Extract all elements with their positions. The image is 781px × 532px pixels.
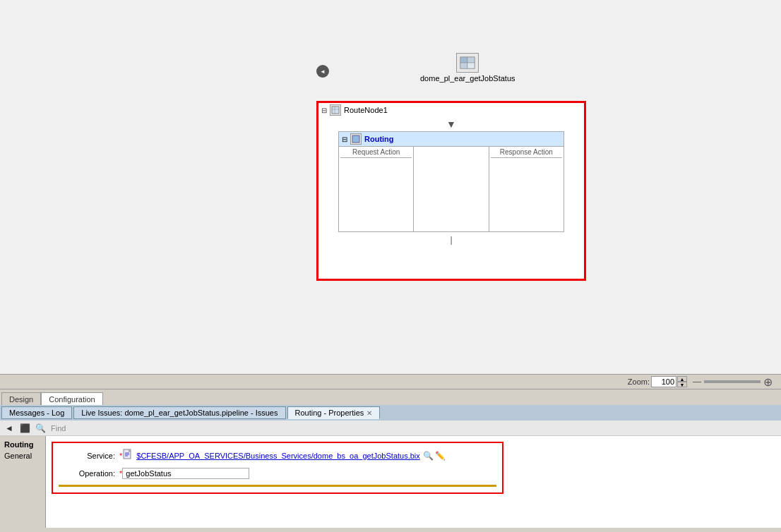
collapse-icon[interactable]: ⊟ (321, 107, 327, 114)
zoom-minus-icon: — (693, 377, 701, 387)
toolbar-row: ◄ ⬛ 🔍 Find (0, 421, 781, 436)
search-button[interactable]: 🔍 (34, 422, 47, 435)
request-action-header: Request Action (340, 148, 412, 158)
service-file-icon (122, 449, 133, 462)
service-node-label: dome_pl_ear_getJobStatus (420, 74, 515, 83)
routing-inner-box[interactable]: ⊟ Routing Request Action Respon (338, 131, 564, 232)
service-search-icon[interactable]: 🔍 (423, 451, 434, 461)
left-nav-routing[interactable]: Routing (1, 439, 44, 450)
left-nav: Routing General (0, 436, 46, 528)
operation-label: Operation: (59, 469, 115, 478)
find-label: Find (51, 424, 66, 433)
svg-rect-2 (467, 57, 475, 63)
canvas-area: dome_pl_ear_getJobStatus ⊟ RouteNode1 ▼ … (0, 0, 781, 374)
zoom-label: Zoom: (628, 377, 650, 386)
tab-messages-log[interactable]: Messages - Log (1, 406, 72, 419)
routing-inner-header: ⊟ Routing (339, 132, 564, 147)
zoom-down-button[interactable]: ▼ (677, 382, 687, 387)
vert-line: | (318, 235, 584, 245)
tab-routing-properties[interactable]: Routing - Properties ✕ (287, 406, 381, 419)
bottom-panel: Zoom: ▲ ▼ — ⊕ Design Configuration Messa… (0, 374, 781, 528)
tab-live-issues[interactable]: Live Issues: dome_pl_ear_getJobStatus.pi… (73, 406, 285, 419)
route-node-header: ⊟ RouteNode1 (318, 103, 584, 117)
operation-input[interactable] (122, 468, 249, 479)
routing-col-middle (414, 147, 489, 231)
tab-design[interactable]: Design (1, 392, 41, 405)
zoom-slider[interactable] (704, 380, 761, 383)
back-button[interactable]: ◄ (3, 422, 16, 435)
zoom-up-button[interactable]: ▲ (677, 376, 687, 382)
tab-configuration[interactable]: Configuration (41, 392, 102, 405)
stop-button[interactable]: ⬛ (18, 422, 31, 435)
service-node[interactable]: dome_pl_ear_getJobStatus (420, 53, 515, 83)
tab-close-icon[interactable]: ✕ (366, 409, 372, 417)
content-area: Routing General Service: * (0, 436, 781, 528)
main-tab-bar: Design Configuration (0, 389, 781, 405)
routing-icon (350, 133, 362, 145)
response-action-header: Response Action (491, 148, 562, 158)
service-path-link[interactable]: $CFESB/APP_OA_SERVICES/Business_Services… (136, 452, 420, 460)
zoom-slider-area: — ⊕ (693, 375, 775, 389)
route-node-icon (330, 104, 341, 116)
red-container: ⊟ RouteNode1 ▼ ⊟ Routing (316, 101, 586, 281)
routing-col-request: Request Action (339, 147, 414, 231)
routing-collapse-icon[interactable]: ⊟ (342, 135, 347, 143)
zoom-input[interactable] (651, 376, 676, 387)
operation-form-row: Operation: * (59, 468, 496, 479)
secondary-tab-bar: Messages - Log Live Issues: dome_pl_ear_… (0, 405, 781, 421)
left-nav-general[interactable]: General (1, 450, 44, 461)
zoom-bar: Zoom: ▲ ▼ — ⊕ (0, 374, 781, 389)
svg-rect-5 (332, 107, 339, 114)
zoom-spinner: ▲ ▼ (677, 376, 687, 387)
routing-title: Routing (364, 135, 394, 143)
routing-col-response: Response Action (489, 147, 564, 231)
back-arrow-button[interactable] (316, 65, 329, 78)
zoom-target-icon: ⊕ (763, 375, 773, 389)
flow-arrow-down: ▼ (318, 119, 584, 130)
yellow-line (59, 485, 496, 487)
svg-rect-1 (460, 57, 467, 63)
svg-rect-4 (467, 63, 475, 68)
svg-rect-3 (460, 63, 467, 68)
properties-area: Service: * $CFESB/APP_OA_SERVICES/Busine… (46, 436, 781, 528)
route-node-title: RouteNode1 (344, 106, 388, 114)
service-edit-icon[interactable]: ✏️ (435, 451, 446, 461)
service-node-icon (456, 53, 479, 73)
form-container: Service: * $CFESB/APP_OA_SERVICES/Busine… (52, 442, 503, 494)
service-label: Service: (59, 452, 115, 460)
svg-rect-8 (352, 135, 359, 143)
routing-table: Request Action Response Action (339, 147, 564, 231)
service-form-row: Service: * $CFESB/APP_OA_SERVICES/Busine… (59, 449, 496, 462)
